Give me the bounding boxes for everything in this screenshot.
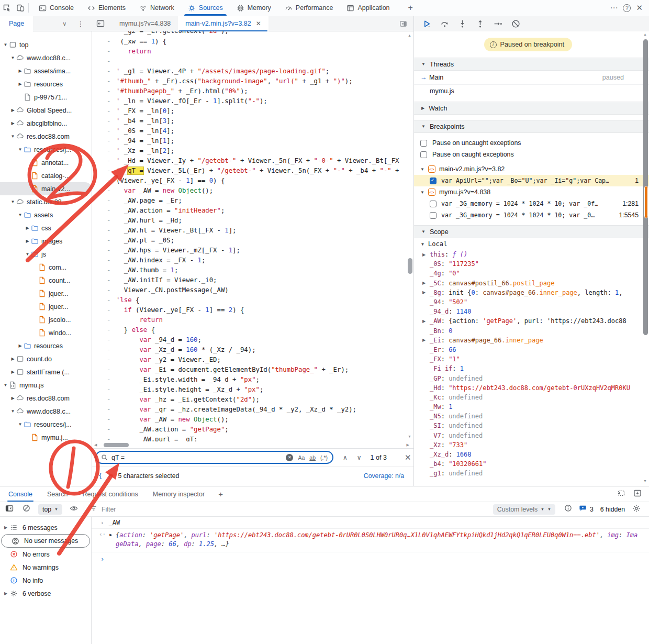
tree-item-top[interactable]: ▼top bbox=[0, 38, 92, 51]
code-line[interactable]: -(Viewer._ye[_FX - 1] == 0) { bbox=[92, 176, 407, 186]
tree-expander-icon[interactable]: ▼ bbox=[9, 55, 16, 60]
breakpoint-group-main-v2.min.js?v=3.82[interactable]: ▼<>main-v2.min.js?v=3.82 bbox=[414, 163, 649, 175]
scope-variable-this[interactable]: ▶this: ƒ () bbox=[414, 250, 649, 259]
tree-item-mymu-js[interactable]: ▼mymu.js bbox=[0, 379, 92, 392]
console-filter-no-errors[interactable]: No errors bbox=[0, 548, 91, 561]
next-match-icon[interactable]: ∨ bbox=[357, 454, 362, 461]
tree-item-p-997571-[interactable]: p-997571... bbox=[0, 91, 92, 104]
editor-vertical-scrollbar[interactable]: ▲ ▼ bbox=[407, 31, 413, 441]
editor-tab-mymu.js?v=4.838[interactable]: mymu.js?v=4.838 bbox=[112, 16, 178, 31]
tree-item-catalog-[interactable]: catalog-... bbox=[0, 169, 92, 182]
threads-section-header[interactable]: ▼ Threads bbox=[414, 58, 649, 71]
tree-expander-icon[interactable]: ▶ bbox=[9, 121, 16, 126]
code-line[interactable]: - var _y2 = Viewer._ED; bbox=[92, 355, 407, 365]
scroll-right-icon[interactable]: ▶ bbox=[407, 443, 409, 447]
code-line[interactable]: -' _b4 = _ln[3]; bbox=[92, 116, 407, 126]
tree-item-count-[interactable]: count... bbox=[0, 274, 92, 287]
code-line[interactable]: - } else { bbox=[92, 325, 407, 335]
tab-network[interactable]: Network bbox=[132, 0, 181, 16]
console-sidebar-toggle-icon[interactable] bbox=[5, 504, 14, 515]
tree-expander-icon[interactable]: ▶ bbox=[24, 239, 31, 243]
console-command-row[interactable]: › _AW bbox=[92, 517, 649, 529]
scroll-down-icon[interactable]: ▼ bbox=[408, 435, 411, 438]
issues-icon[interactable] bbox=[579, 504, 587, 514]
watch-section-header[interactable]: ▶ Watch bbox=[414, 102, 649, 115]
breakpoint-entry[interactable]: var _3G_memory = 1024 * 1024 * 10; var _… bbox=[414, 209, 649, 221]
scope-variable-_5C[interactable]: ▶_5C: canvas#postil_66.postil_page bbox=[414, 279, 649, 288]
tree-item-aibcglbfblno-[interactable]: ▶aibcglbfblno... bbox=[0, 117, 92, 130]
code-line[interactable]: - var _Xz_d = 160 * (_Xz / _94); bbox=[92, 345, 407, 355]
code-line[interactable]: - var _AW = new Object(); bbox=[92, 415, 407, 425]
close-tab-icon[interactable]: ✕ bbox=[256, 20, 261, 27]
previous-match-icon[interactable]: ∧ bbox=[343, 454, 348, 461]
tree-item-Global-Speed-[interactable]: ▶Global Speed... bbox=[0, 104, 92, 117]
panel-scrollbar[interactable]: ▲ ▼ bbox=[642, 31, 649, 486]
code-line[interactable]: - _AW.thumb = 1; bbox=[92, 265, 407, 275]
tree-expander-icon[interactable]: ▼ bbox=[2, 42, 9, 47]
code-line[interactable]: - _g2 = _Er.getContext("2d"); bbox=[92, 31, 407, 37]
navigator-toggle-icon[interactable] bbox=[96, 19, 105, 28]
scope-variable-_8g[interactable]: ▶_8g: init {0: canvas#page_66.inner_page… bbox=[414, 288, 649, 297]
checkbox-unchecked[interactable] bbox=[420, 140, 427, 147]
add-panel-icon[interactable]: + bbox=[408, 3, 413, 13]
checkbox-checked[interactable] bbox=[430, 177, 437, 184]
add-drawer-tab-icon[interactable]: + bbox=[218, 490, 223, 498]
code-line[interactable]: - _AW.hps = Viewer._mZ[_FX - 1]; bbox=[92, 246, 407, 256]
tree-expander-icon[interactable]: ▶ bbox=[17, 82, 24, 86]
breakpoint-entry[interactable]: var _3G_memory = 1024 * 1024 * 10; var _… bbox=[414, 198, 649, 209]
tree-expander-icon[interactable]: ▼ bbox=[9, 409, 16, 414]
code-line[interactable]: - var _AW = new Object(); bbox=[92, 186, 407, 196]
checkbox-unchecked[interactable] bbox=[420, 151, 427, 158]
tab-application[interactable]: Application bbox=[340, 0, 396, 16]
tab-console[interactable]: Console bbox=[32, 0, 81, 16]
pause-uncaught-row[interactable]: Pause on uncaught exceptions bbox=[414, 137, 649, 149]
issues-count[interactable]: 3 bbox=[590, 506, 594, 513]
tree-expander-icon[interactable]: ▼ bbox=[17, 213, 24, 217]
code-line[interactable]: - (_xw == 1) { bbox=[92, 37, 407, 47]
console-filter-6-messages[interactable]: ▶6 messages bbox=[0, 521, 91, 534]
tree-item-mymu-j-[interactable]: mymu.j... bbox=[0, 431, 92, 444]
close-search-icon[interactable]: ✕ bbox=[405, 453, 411, 462]
code-line[interactable]: - _AW.initIf = Viewer._i0; bbox=[92, 275, 407, 285]
context-selector[interactable]: top ▼ bbox=[38, 504, 62, 515]
step-out-icon[interactable] bbox=[476, 19, 485, 28]
breakpoint-group-mymu.js?v=4.838[interactable]: ▼<>mymu.js?v=4.838 bbox=[414, 186, 649, 198]
tree-item-com-[interactable]: com... bbox=[0, 261, 92, 274]
tree-item-resources[interactable]: ▶resources bbox=[0, 339, 92, 352]
tab-performance[interactable]: Performance bbox=[278, 0, 340, 16]
code-line[interactable]: -' _FX = _ln[0]; bbox=[92, 106, 407, 116]
code-line[interactable]: - _AW.action = "getPage"; bbox=[92, 425, 407, 435]
console-filter-no-info[interactable]: No info bbox=[0, 574, 91, 587]
checkbox-unchecked[interactable] bbox=[430, 201, 437, 207]
more-options-icon[interactable]: ⋯ bbox=[610, 3, 618, 13]
close-devtools-icon[interactable]: ✕ bbox=[636, 3, 643, 13]
hidden-messages-count[interactable]: 6 hidden bbox=[600, 506, 625, 513]
filter-icon[interactable] bbox=[90, 505, 97, 514]
code-line[interactable]: -' _94 = _ln[1]; bbox=[92, 136, 407, 146]
deactivate-breakpoints-icon[interactable] bbox=[511, 19, 520, 28]
code-line[interactable]: - _AW.page = _Er; bbox=[92, 196, 407, 206]
tree-item-count-do[interactable]: ▶count.do bbox=[0, 352, 92, 365]
code-line[interactable]: -' _Xz = _ln[2]; bbox=[92, 146, 407, 156]
code-line[interactable]: -' _qT = Viewer._5L(_Er) + "/getebt-" + … bbox=[92, 166, 407, 176]
tree-item-www-doc88-c-[interactable]: ▼www.doc88.c... bbox=[0, 51, 92, 64]
tree-expander-icon[interactable]: ▼ bbox=[24, 252, 31, 257]
scroll-down-icon[interactable]: ▼ bbox=[643, 479, 647, 483]
scope-variable-_Ei[interactable]: ▶_Ei: canvas#page_66.inner_page bbox=[414, 336, 649, 345]
scroll-up-icon[interactable]: ▲ bbox=[643, 32, 647, 36]
scope-local-row[interactable]: ▼ Local bbox=[414, 238, 649, 250]
scroll-up-icon[interactable]: ▲ bbox=[408, 34, 411, 37]
tree-item-res-doc88-com[interactable]: ▶res.doc88.com bbox=[0, 392, 92, 405]
pause-caught-row[interactable]: Pause on caught exceptions bbox=[414, 149, 649, 160]
code-line[interactable]: - _AW.action = "initHeader"; bbox=[92, 206, 407, 216]
tree-expander-icon[interactable]: ▶ bbox=[9, 396, 16, 401]
tree-item-startIFrame-[interactable]: ▶startIFrame (... bbox=[0, 365, 92, 379]
scope-section-header[interactable]: ▼ Scope bbox=[414, 225, 649, 238]
tree-item-jquer-[interactable]: jquer... bbox=[0, 287, 92, 300]
tree-item-static-doc88-[interactable]: ▼static.doc88.... bbox=[0, 195, 92, 208]
drawer-tab-request-conditions[interactable]: Request conditions bbox=[81, 486, 139, 502]
scrollbar-thumb[interactable] bbox=[408, 258, 412, 274]
device-toolbar-icon[interactable] bbox=[14, 1, 27, 15]
drawer-tab-memory-inspector[interactable]: Memory inspector bbox=[152, 486, 206, 502]
console-settings-info-icon[interactable] bbox=[564, 504, 572, 514]
